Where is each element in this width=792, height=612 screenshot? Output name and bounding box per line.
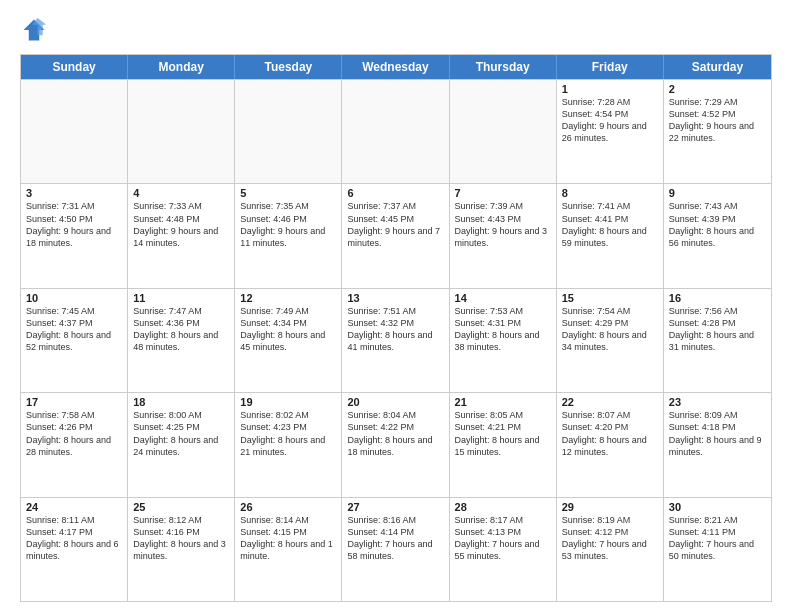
calendar-cell: 16Sunrise: 7:56 AM Sunset: 4:28 PM Dayli… [664,289,771,392]
day-info: Sunrise: 8:14 AM Sunset: 4:15 PM Dayligh… [240,514,336,563]
day-info: Sunrise: 7:56 AM Sunset: 4:28 PM Dayligh… [669,305,766,354]
calendar-cell: 10Sunrise: 7:45 AM Sunset: 4:37 PM Dayli… [21,289,128,392]
calendar-cell: 21Sunrise: 8:05 AM Sunset: 4:21 PM Dayli… [450,393,557,496]
day-info: Sunrise: 7:54 AM Sunset: 4:29 PM Dayligh… [562,305,658,354]
day-number: 22 [562,396,658,408]
day-info: Sunrise: 7:41 AM Sunset: 4:41 PM Dayligh… [562,200,658,249]
calendar-row: 3Sunrise: 7:31 AM Sunset: 4:50 PM Daylig… [21,183,771,287]
logo [20,16,52,44]
day-info: Sunrise: 7:29 AM Sunset: 4:52 PM Dayligh… [669,96,766,145]
calendar-cell: 29Sunrise: 8:19 AM Sunset: 4:12 PM Dayli… [557,498,664,601]
day-number: 18 [133,396,229,408]
calendar-cell: 12Sunrise: 7:49 AM Sunset: 4:34 PM Dayli… [235,289,342,392]
calendar-cell: 19Sunrise: 8:02 AM Sunset: 4:23 PM Dayli… [235,393,342,496]
day-number: 15 [562,292,658,304]
day-number: 27 [347,501,443,513]
calendar-header-row: SundayMondayTuesdayWednesdayThursdayFrid… [21,55,771,79]
calendar-cell: 6Sunrise: 7:37 AM Sunset: 4:45 PM Daylig… [342,184,449,287]
day-number: 23 [669,396,766,408]
day-number: 19 [240,396,336,408]
day-info: Sunrise: 7:43 AM Sunset: 4:39 PM Dayligh… [669,200,766,249]
calendar-cell: 27Sunrise: 8:16 AM Sunset: 4:14 PM Dayli… [342,498,449,601]
calendar-row: 17Sunrise: 7:58 AM Sunset: 4:26 PM Dayli… [21,392,771,496]
day-info: Sunrise: 8:07 AM Sunset: 4:20 PM Dayligh… [562,409,658,458]
calendar-row: 24Sunrise: 8:11 AM Sunset: 4:17 PM Dayli… [21,497,771,601]
calendar-body: 1Sunrise: 7:28 AM Sunset: 4:54 PM Daylig… [21,79,771,601]
day-number: 29 [562,501,658,513]
calendar-header-cell: Thursday [450,55,557,79]
day-number: 7 [455,187,551,199]
calendar-cell: 9Sunrise: 7:43 AM Sunset: 4:39 PM Daylig… [664,184,771,287]
day-number: 4 [133,187,229,199]
day-info: Sunrise: 8:12 AM Sunset: 4:16 PM Dayligh… [133,514,229,563]
calendar-cell: 5Sunrise: 7:35 AM Sunset: 4:46 PM Daylig… [235,184,342,287]
calendar-cell [128,80,235,183]
day-number: 14 [455,292,551,304]
day-number: 3 [26,187,122,199]
day-info: Sunrise: 8:19 AM Sunset: 4:12 PM Dayligh… [562,514,658,563]
calendar-cell [21,80,128,183]
calendar-cell: 22Sunrise: 8:07 AM Sunset: 4:20 PM Dayli… [557,393,664,496]
day-number: 13 [347,292,443,304]
calendar-cell: 13Sunrise: 7:51 AM Sunset: 4:32 PM Dayli… [342,289,449,392]
day-info: Sunrise: 8:11 AM Sunset: 4:17 PM Dayligh… [26,514,122,563]
day-info: Sunrise: 7:47 AM Sunset: 4:36 PM Dayligh… [133,305,229,354]
day-info: Sunrise: 7:51 AM Sunset: 4:32 PM Dayligh… [347,305,443,354]
calendar-cell: 15Sunrise: 7:54 AM Sunset: 4:29 PM Dayli… [557,289,664,392]
day-number: 28 [455,501,551,513]
calendar-header-cell: Wednesday [342,55,449,79]
day-number: 1 [562,83,658,95]
day-info: Sunrise: 8:09 AM Sunset: 4:18 PM Dayligh… [669,409,766,458]
day-number: 12 [240,292,336,304]
day-number: 24 [26,501,122,513]
calendar-cell: 7Sunrise: 7:39 AM Sunset: 4:43 PM Daylig… [450,184,557,287]
calendar-cell: 18Sunrise: 8:00 AM Sunset: 4:25 PM Dayli… [128,393,235,496]
calendar-row: 10Sunrise: 7:45 AM Sunset: 4:37 PM Dayli… [21,288,771,392]
day-info: Sunrise: 7:33 AM Sunset: 4:48 PM Dayligh… [133,200,229,249]
day-number: 10 [26,292,122,304]
calendar-cell: 11Sunrise: 7:47 AM Sunset: 4:36 PM Dayli… [128,289,235,392]
calendar-cell: 23Sunrise: 8:09 AM Sunset: 4:18 PM Dayli… [664,393,771,496]
day-number: 6 [347,187,443,199]
day-number: 8 [562,187,658,199]
day-number: 25 [133,501,229,513]
calendar-cell: 2Sunrise: 7:29 AM Sunset: 4:52 PM Daylig… [664,80,771,183]
calendar-header-cell: Monday [128,55,235,79]
calendar-cell: 26Sunrise: 8:14 AM Sunset: 4:15 PM Dayli… [235,498,342,601]
day-info: Sunrise: 7:45 AM Sunset: 4:37 PM Dayligh… [26,305,122,354]
calendar: SundayMondayTuesdayWednesdayThursdayFrid… [20,54,772,602]
day-number: 20 [347,396,443,408]
day-number: 21 [455,396,551,408]
day-number: 5 [240,187,336,199]
calendar-cell: 4Sunrise: 7:33 AM Sunset: 4:48 PM Daylig… [128,184,235,287]
day-info: Sunrise: 8:04 AM Sunset: 4:22 PM Dayligh… [347,409,443,458]
day-info: Sunrise: 8:16 AM Sunset: 4:14 PM Dayligh… [347,514,443,563]
day-info: Sunrise: 7:39 AM Sunset: 4:43 PM Dayligh… [455,200,551,249]
day-number: 30 [669,501,766,513]
day-number: 9 [669,187,766,199]
header [20,16,772,44]
calendar-cell: 24Sunrise: 8:11 AM Sunset: 4:17 PM Dayli… [21,498,128,601]
day-info: Sunrise: 7:31 AM Sunset: 4:50 PM Dayligh… [26,200,122,249]
calendar-cell [235,80,342,183]
logo-icon [20,16,48,44]
day-info: Sunrise: 7:53 AM Sunset: 4:31 PM Dayligh… [455,305,551,354]
day-info: Sunrise: 8:02 AM Sunset: 4:23 PM Dayligh… [240,409,336,458]
day-number: 2 [669,83,766,95]
calendar-row: 1Sunrise: 7:28 AM Sunset: 4:54 PM Daylig… [21,79,771,183]
calendar-cell: 25Sunrise: 8:12 AM Sunset: 4:16 PM Dayli… [128,498,235,601]
calendar-header-cell: Saturday [664,55,771,79]
day-info: Sunrise: 7:35 AM Sunset: 4:46 PM Dayligh… [240,200,336,249]
day-number: 11 [133,292,229,304]
day-info: Sunrise: 8:05 AM Sunset: 4:21 PM Dayligh… [455,409,551,458]
calendar-header-cell: Tuesday [235,55,342,79]
calendar-cell: 30Sunrise: 8:21 AM Sunset: 4:11 PM Dayli… [664,498,771,601]
calendar-header-cell: Sunday [21,55,128,79]
calendar-cell: 8Sunrise: 7:41 AM Sunset: 4:41 PM Daylig… [557,184,664,287]
day-number: 16 [669,292,766,304]
day-info: Sunrise: 8:17 AM Sunset: 4:13 PM Dayligh… [455,514,551,563]
calendar-cell: 28Sunrise: 8:17 AM Sunset: 4:13 PM Dayli… [450,498,557,601]
calendar-header-cell: Friday [557,55,664,79]
day-info: Sunrise: 7:58 AM Sunset: 4:26 PM Dayligh… [26,409,122,458]
day-number: 26 [240,501,336,513]
